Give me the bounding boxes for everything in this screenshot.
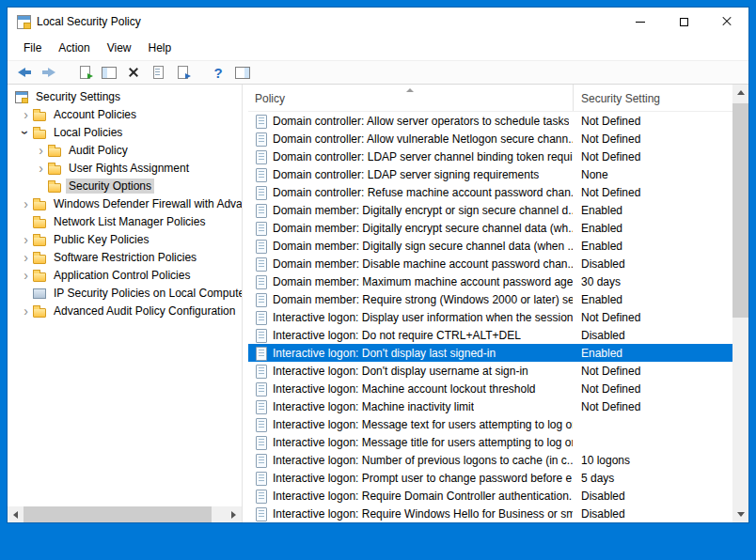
menu-file[interactable]: File xyxy=(15,38,50,58)
horizontal-scrollbar[interactable] xyxy=(8,506,242,522)
policy-row[interactable]: Interactive logon: Do not require CTRL+A… xyxy=(248,326,732,344)
chevron-icon[interactable] xyxy=(35,162,47,175)
tree-item[interactable]: Account Policies xyxy=(8,105,242,123)
policy-cell: Domain member: Maximum machine account p… xyxy=(248,274,573,289)
policy-document-icon xyxy=(254,167,269,182)
chevron-icon[interactable] xyxy=(20,251,32,264)
policy-row[interactable]: Domain member: Digitally encrypt or sign… xyxy=(248,201,732,219)
tree-item[interactable]: Network List Manager Policies xyxy=(8,212,242,230)
policy-row[interactable]: Domain member: Maximum machine account p… xyxy=(248,272,732,290)
maximize-button[interactable] xyxy=(662,8,705,36)
chevron-icon[interactable] xyxy=(20,233,32,246)
close-button[interactable] xyxy=(705,8,748,36)
policy-name: Domain member: Digitally encrypt or sign… xyxy=(273,204,573,217)
horizontal-scrollbar-thumb[interactable] xyxy=(24,506,212,522)
minimize-button[interactable] xyxy=(619,8,662,36)
policy-document-icon xyxy=(254,381,269,397)
policy-row[interactable]: Interactive logon: Don't display last si… xyxy=(248,344,732,362)
policy-row[interactable]: Interactive logon: Require Domain Contro… xyxy=(248,487,732,505)
tree-item[interactable]: User Rights Assignment xyxy=(8,159,242,177)
folder-icon xyxy=(47,143,62,158)
security-setting-value: Enabled xyxy=(573,240,732,253)
policy-row[interactable]: Domain controller: Allow server operator… xyxy=(248,112,732,130)
policy-row[interactable]: Domain member: Digitally encrypt secure … xyxy=(248,219,732,237)
policy-row[interactable]: Domain controller: Refuse machine accoun… xyxy=(248,183,732,201)
security-setting-value: Enabled xyxy=(573,222,732,235)
policy-row[interactable]: Domain member: Digitally sign secure cha… xyxy=(248,237,732,255)
tree-item[interactable]: Security Options xyxy=(8,177,242,194)
policy-cell: Interactive logon: Require Windows Hello… xyxy=(248,506,573,521)
policy-row[interactable]: Domain controller: LDAP server channel b… xyxy=(248,148,732,165)
tree-item[interactable]: Application Control Policies xyxy=(8,266,242,284)
policy-cell: Domain member: Digitally encrypt or sign… xyxy=(248,203,573,218)
menu-action[interactable]: Action xyxy=(50,38,98,58)
delete-icon[interactable] xyxy=(122,62,145,83)
policy-row[interactable]: Interactive logon: Message title for use… xyxy=(248,433,732,451)
policy-row[interactable]: Domain controller: LDAP server signing r… xyxy=(248,165,732,183)
tree-item[interactable]: Audit Policy xyxy=(8,141,242,159)
policy-row[interactable]: Interactive logon: Number of previous lo… xyxy=(248,451,732,469)
column-header-security-setting[interactable]: Security Setting xyxy=(573,85,732,111)
tree-item[interactable]: Advanced Audit Policy Configuration xyxy=(8,302,242,319)
main-content: Security Settings Account Policies Local… xyxy=(8,85,748,522)
export-icon[interactable] xyxy=(73,62,96,83)
forward-icon[interactable] xyxy=(38,62,60,83)
tree-item[interactable]: Windows Defender Firewall with Adva xyxy=(8,194,242,212)
tree-item[interactable]: Security Settings xyxy=(8,87,242,105)
action-pane-icon[interactable] xyxy=(231,62,254,83)
back-icon[interactable] xyxy=(13,62,36,83)
menu-view[interactable]: View xyxy=(99,38,140,58)
policy-row[interactable]: Interactive logon: Display user informat… xyxy=(248,308,732,326)
vertical-scrollbar[interactable] xyxy=(732,85,748,522)
policy-row[interactable]: Interactive logon: Don't display usernam… xyxy=(248,362,732,380)
policy-row[interactable]: Domain controller: Allow vulnerable Netl… xyxy=(248,130,732,148)
policy-row[interactable]: Interactive logon: Require Windows Hello… xyxy=(248,505,732,522)
policy-cell: Domain controller: Refuse machine accoun… xyxy=(248,185,573,200)
chevron-icon[interactable] xyxy=(20,269,32,282)
chevron-icon[interactable] xyxy=(35,144,47,157)
policy-row[interactable]: Domain member: Require strong (Windows 2… xyxy=(248,290,732,308)
results-pane: Policy Security Setting Domain controlle… xyxy=(248,85,748,522)
policy-row[interactable]: Interactive logon: Message text for user… xyxy=(248,415,732,433)
scroll-up-button[interactable] xyxy=(732,85,748,101)
scroll-right-icon xyxy=(231,511,236,519)
scroll-right-button[interactable] xyxy=(226,506,242,522)
properties-icon[interactable] xyxy=(147,62,169,83)
policy-name: Domain member: Disable machine account p… xyxy=(273,257,573,271)
tree-item[interactable]: IP Security Policies on Local Compute xyxy=(8,284,242,302)
policy-cell: Domain controller: LDAP server signing r… xyxy=(248,167,573,182)
tree-item[interactable]: Public Key Policies xyxy=(8,230,242,248)
ipsec-icon xyxy=(32,286,47,301)
console-tree-icon[interactable] xyxy=(98,62,120,83)
column-header-policy[interactable]: Policy xyxy=(248,85,573,111)
security-setting-value: Disabled xyxy=(573,490,732,503)
chevron-icon[interactable] xyxy=(20,126,32,139)
tree-item[interactable]: Software Restriction Policies xyxy=(8,248,242,266)
policy-row[interactable]: Domain member: Disable machine account p… xyxy=(248,255,732,272)
policy-document-icon xyxy=(254,132,269,147)
vertical-scrollbar-thumb[interactable] xyxy=(732,103,748,318)
security-setting-value: Enabled xyxy=(573,204,732,217)
tree-item[interactable]: Local Policies xyxy=(8,123,242,141)
export-list-icon[interactable] xyxy=(171,62,194,83)
policy-document-icon xyxy=(254,489,269,504)
security-setting-value: Not Defined xyxy=(573,132,732,146)
chevron-icon[interactable] xyxy=(20,304,32,318)
folder-icon xyxy=(32,125,47,140)
policy-row[interactable]: Interactive logon: Machine account locko… xyxy=(248,380,732,397)
policy-name: Interactive logon: Machine account locko… xyxy=(273,382,536,396)
policy-cell: Interactive logon: Number of previous lo… xyxy=(248,453,573,468)
policy-row[interactable]: Interactive logon: Prompt user to change… xyxy=(248,469,732,487)
help-icon[interactable] xyxy=(207,62,229,83)
chevron-icon[interactable] xyxy=(20,108,32,121)
folder-icon xyxy=(32,214,47,229)
policy-row[interactable]: Interactive logon: Machine inactivity li… xyxy=(248,397,732,415)
chevron-icon[interactable] xyxy=(20,197,32,210)
policy-document-icon xyxy=(254,310,269,325)
scroll-down-button[interactable] xyxy=(732,506,748,522)
scroll-down-icon xyxy=(737,512,745,517)
menu-help[interactable]: Help xyxy=(140,38,181,58)
policy-cell: Domain member: Digitally sign secure cha… xyxy=(248,239,573,254)
policy-document-icon xyxy=(254,453,269,468)
scroll-left-button[interactable] xyxy=(8,506,24,522)
